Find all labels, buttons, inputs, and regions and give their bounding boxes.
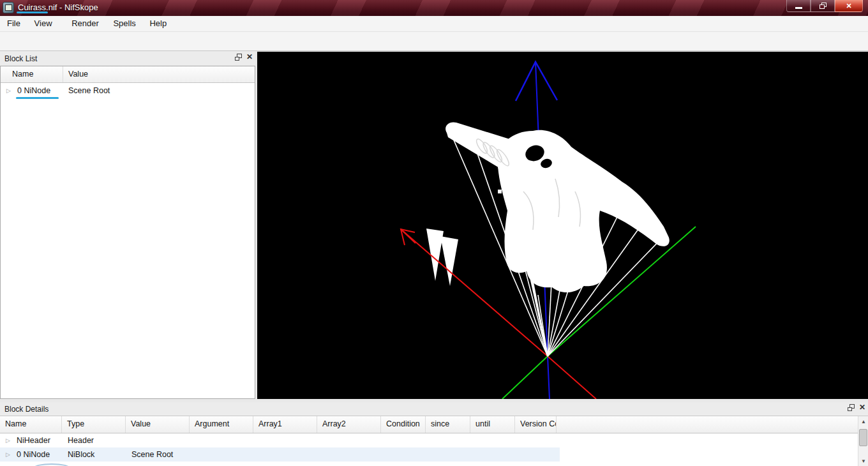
- render-viewport[interactable]: [257, 52, 868, 399]
- column-header-name[interactable]: Name: [1, 66, 63, 82]
- block-details-tree: Name Type Value Argument Array1 Array2 C…: [0, 416, 868, 466]
- block-list-tree: Name Value ▷ 0 NiNode Scene Root: [0, 66, 255, 399]
- column-header-until[interactable]: until: [470, 416, 515, 433]
- row-value: Scene Root: [131, 447, 173, 462]
- block-list-annotation-underline: [16, 97, 59, 99]
- block-details-titlebar[interactable]: Block Details ✕: [0, 402, 868, 416]
- column-header-since[interactable]: since: [426, 416, 470, 433]
- table-row[interactable]: ▷ 0 NiNode Scene Root: [1, 83, 255, 98]
- column-header-array2[interactable]: Array2: [317, 416, 381, 433]
- vertical-scrollbar[interactable]: ▲ ▼: [858, 416, 868, 466]
- title-bar: Cuirass.nif - NifSkope ✕: [0, 0, 868, 16]
- table-row[interactable]: ▷ 0 NiNode NiBlock Scene Root: [0, 447, 858, 462]
- float-panel-icon[interactable]: [848, 404, 855, 411]
- minimize-button[interactable]: [786, 0, 811, 12]
- menu-help[interactable]: Help: [144, 16, 172, 28]
- minimize-icon: [795, 7, 802, 9]
- restore-button[interactable]: [811, 0, 835, 12]
- row-value: Scene Root: [68, 83, 110, 98]
- block-list-header: Name Value: [1, 66, 255, 83]
- expander-icon[interactable]: ▷: [6, 451, 10, 458]
- block-list-panel: Block List ✕ Name Value ▷ 0 NiNode Scene…: [0, 52, 255, 399]
- table-row[interactable]: ▷ NiHeader Header: [0, 433, 858, 447]
- block-details-title: Block Details: [4, 405, 49, 414]
- scrollbar-thumb[interactable]: [859, 429, 867, 446]
- block-details-header: Name Type Value Argument Array1 Array2 C…: [0, 416, 858, 433]
- row-name: 0 NiNode: [17, 447, 50, 462]
- column-header-version-condition[interactable]: Version Condi: [515, 416, 557, 433]
- block-list-title: Block List: [4, 54, 37, 63]
- column-header-type[interactable]: Type: [62, 416, 126, 433]
- close-panel-icon[interactable]: ✕: [859, 404, 865, 411]
- cuirass-model[interactable]: [426, 122, 670, 292]
- menu-view[interactable]: View: [29, 16, 58, 28]
- toolbar: Load Save As ++ ▼ 0.000 ↻ Reset Block De…: [0, 32, 868, 51]
- close-panel-icon[interactable]: ✕: [246, 54, 253, 61]
- column-header-array1[interactable]: Array1: [253, 416, 317, 433]
- close-icon: ✕: [846, 2, 851, 10]
- menu-spells[interactable]: Spells: [107, 16, 141, 28]
- workspace: Block List ✕ Name Value ▷ 0 NiNode Scene…: [0, 51, 868, 466]
- close-button[interactable]: ✕: [835, 0, 863, 12]
- title-annotation-underline: [17, 11, 48, 13]
- column-header-value[interactable]: Value: [63, 66, 255, 82]
- scroll-up-icon[interactable]: ▲: [858, 416, 868, 427]
- block-details-panel: Block Details ✕ Name Type Value Argument…: [0, 402, 868, 466]
- restore-icon: [819, 3, 827, 9]
- column-header-name[interactable]: Name: [0, 416, 62, 433]
- row-name: 0 NiNode: [17, 83, 50, 98]
- expander-icon[interactable]: ▷: [6, 437, 10, 444]
- menu-bar: File View Render Spells Help: [0, 16, 868, 32]
- float-panel-icon[interactable]: [235, 54, 242, 61]
- row-type: Header: [68, 433, 94, 447]
- row-type: NiBlock: [68, 447, 94, 462]
- menu-file[interactable]: File: [1, 16, 26, 28]
- block-list-titlebar[interactable]: Block List ✕: [0, 52, 255, 65]
- row-name: NiHeader: [17, 433, 50, 447]
- column-header-argument[interactable]: Argument: [190, 416, 253, 433]
- expander-icon[interactable]: ▷: [6, 87, 11, 94]
- scroll-down-icon[interactable]: ▼: [858, 456, 868, 466]
- scene-canvas: [257, 52, 868, 399]
- nifskope-app-icon: [3, 2, 14, 13]
- window-title: Cuirass.nif - NifSkope: [18, 3, 98, 12]
- column-header-value[interactable]: Value: [126, 416, 190, 433]
- menu-render[interactable]: Render: [66, 16, 105, 28]
- column-header-condition[interactable]: Condition: [381, 416, 426, 433]
